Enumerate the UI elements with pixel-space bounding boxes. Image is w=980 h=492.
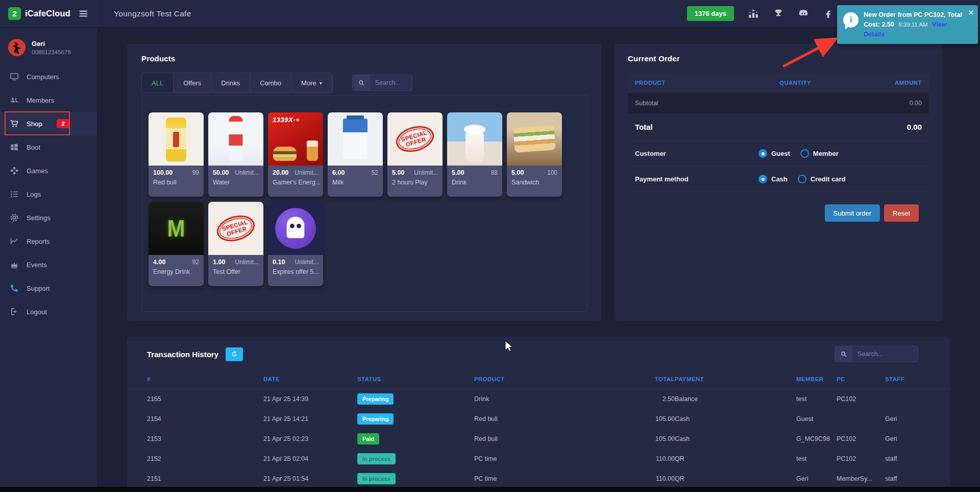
transaction-search-input[interactable] [852, 350, 918, 358]
product-card[interactable]: SPECIAL OFFER 5.00 Unlimit... 2 hours Pl… [387, 112, 443, 197]
product-search-input[interactable] [370, 79, 412, 86]
toast-message: New Order from PC PC102, Total Cost: 2.5… [864, 10, 966, 39]
category-tabs: ALL ▾ Offers ▾ Drinks ▾ [141, 73, 333, 93]
topbar-icon[interactable] [748, 8, 759, 19]
payment-radio-option[interactable]: Cash [758, 175, 788, 183]
sidebar-item[interactable]: Computers [0, 65, 97, 88]
sidebar-item[interactable]: Settings [0, 206, 97, 229]
product-name: Test Offer [208, 266, 263, 275]
category-tab[interactable]: More ▾ [291, 73, 332, 92]
transaction-table-body: 2155 21 Apr 25 14:39 Preparing Drink 2.5… [127, 389, 950, 489]
bottom-black-bar [0, 487, 980, 492]
transaction-column-header: PC [837, 376, 885, 382]
tx-product: PC time [474, 475, 614, 482]
order-table-header: PRODUCT QUANTITY AMOUNT [628, 73, 929, 93]
product-stock: 52 [372, 169, 378, 176]
sidebar-item[interactable]: Members [0, 88, 97, 112]
product-card[interactable]: 100.00 99 Red bull [149, 112, 204, 197]
sidebar-item[interactable]: Logout [0, 300, 97, 323]
search-icon [835, 346, 852, 362]
sidebar-item-label: Members [27, 97, 54, 104]
product-card[interactable]: 6.00 52 Milk [328, 112, 383, 197]
product-card[interactable]: SPECIAL OFFER 1.00 Unlimit... Test Offer [208, 202, 263, 286]
transaction-row: 2153 21 Apr 25 02:23 Paid Red bull 105.0… [127, 429, 950, 449]
sidebar-item[interactable]: Logs [0, 182, 97, 206]
customer-options: Guest Member [758, 149, 922, 158]
sidebar-item[interactable]: Support [0, 276, 97, 300]
tab-label: Combo [260, 79, 281, 87]
product-name: 2 hours Play [387, 176, 443, 186]
category-tab[interactable]: Drinks ▾ [211, 73, 250, 92]
status-badge: Preparing [357, 393, 394, 405]
notification-toast[interactable]: i New Order from PC PC102, Total Cost: 2… [837, 5, 978, 44]
tx-member: test [796, 395, 837, 403]
tx-id: 2154 [147, 415, 263, 423]
sidebar: Geri 008612345678 Computers Members [0, 28, 97, 492]
product-name: Milk [328, 176, 383, 186]
transaction-column-header: MEMBER [796, 376, 837, 382]
close-icon[interactable] [968, 10, 974, 15]
submit-order-button[interactable]: Submit order [825, 204, 880, 222]
product-card[interactable]: 1339X·+ 20.00 Unlimit... Gamer's Energ..… [268, 112, 323, 197]
customer-radio-option[interactable]: Member [800, 149, 839, 158]
category-tab[interactable]: ALL ▾ [142, 73, 174, 92]
sidebar-item[interactable]: Games [0, 159, 97, 182]
transaction-column-header: DATE [263, 376, 357, 382]
category-tab[interactable]: Combo ▾ [250, 73, 291, 92]
tx-date: 21 Apr 25 14:39 [263, 395, 357, 403]
app-logo[interactable]: 2 iCafeCloud [8, 7, 70, 20]
products-title: Products [141, 44, 587, 73]
user-phone: 008612345678 [32, 49, 71, 55]
tx-staff: staff [885, 455, 950, 462]
sidebar-item-icon [10, 307, 19, 316]
topbar-icon[interactable] [773, 8, 784, 19]
col-product: PRODUCT [635, 80, 753, 86]
tx-payment: QR [675, 455, 796, 462]
topbar-icon[interactable] [823, 8, 834, 19]
sidebar-item[interactable]: Boot [0, 135, 97, 159]
sidebar-item-label: Support [27, 285, 50, 292]
sidebar-item[interactable]: Events [0, 253, 97, 276]
tx-status-cell: Preparing [357, 393, 474, 405]
tx-payment: Cash [675, 435, 796, 442]
customer-row: Customer Guest Member [628, 141, 929, 167]
user-profile[interactable]: Geri 008612345678 [0, 28, 97, 64]
hamburger-menu-icon[interactable] [78, 8, 89, 19]
customer-radio-option[interactable]: Guest [758, 149, 790, 158]
product-price: 50.00 [213, 169, 229, 176]
radio-icon [758, 149, 767, 158]
product-image [328, 112, 383, 166]
current-order-panel: Current Order PRODUCT QUANTITY AMOUNT Su… [615, 44, 942, 321]
product-card[interactable]: 0.10 Unlimit... Expires offer 5... [268, 202, 323, 286]
topbar-icon[interactable] [798, 8, 809, 19]
sidebar-item-icon [10, 96, 19, 105]
payment-radio-option[interactable]: Credit card [798, 175, 846, 183]
category-tab[interactable]: Offers ▾ [174, 73, 211, 92]
tx-pc: MemberSy... [837, 475, 885, 482]
product-stock: Unlimit... [295, 169, 318, 176]
product-price: 1.00 [213, 259, 225, 266]
product-card[interactable]: M 4.00 92 Energy Drink [149, 202, 204, 286]
product-price: 100.00 [153, 169, 173, 176]
product-stock: 88 [491, 169, 498, 176]
tx-staff: staff [885, 475, 950, 482]
product-card[interactable]: 5.00 100 Sandwich [507, 112, 562, 197]
refresh-button[interactable] [226, 347, 243, 361]
transaction-search [835, 346, 918, 362]
products-toolbar: ALL ▾ Offers ▾ Drinks ▾ [141, 73, 587, 93]
reset-button[interactable]: Reset [884, 204, 919, 222]
product-stock: 100 [547, 169, 557, 176]
subtotal-value: 0.00 [910, 100, 922, 107]
sidebar-item[interactable]: Reports [0, 229, 97, 253]
tx-product: Drink [474, 395, 614, 403]
product-card[interactable]: 5.00 88 Drink [447, 112, 502, 197]
transaction-history-panel: Transaction History # DATE STATUS PRODUC… [127, 337, 950, 492]
top-bar: 2 iCafeCloud Youngzsoft Test Cafe 1376 d… [0, 0, 980, 28]
subscription-days-badge[interactable]: 1376 days [687, 6, 734, 21]
sidebar-item[interactable]: Shop 2 [0, 112, 97, 135]
tx-pc: PC102 [837, 435, 885, 442]
sidebar-item-icon [10, 72, 19, 81]
status-badge: Paid [357, 433, 379, 444]
tx-date: 21 Apr 25 02:23 [263, 435, 357, 442]
product-card[interactable]: 50.00 Unlimit... Water [208, 112, 263, 197]
